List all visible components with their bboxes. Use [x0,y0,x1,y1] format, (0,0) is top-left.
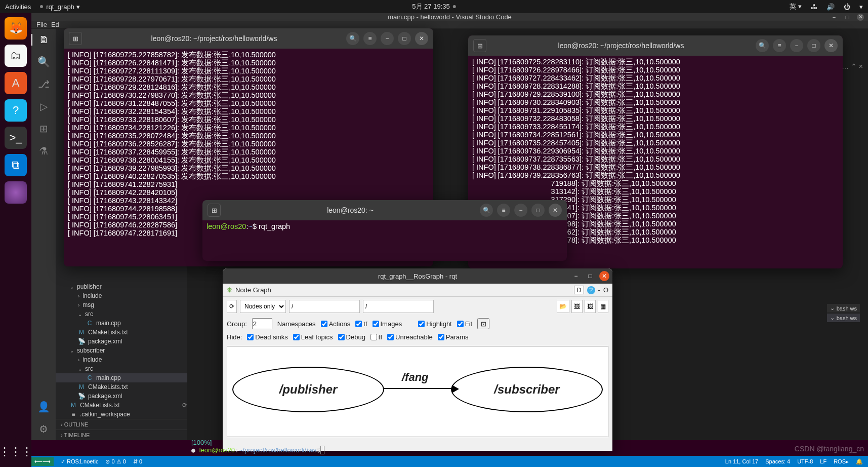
graph-node-publisher[interactable]: /publisher [232,367,384,412]
notifications-icon[interactable]: 🔔 [856,458,863,465]
graph-node-subscriber[interactable]: /subscriber [451,367,603,412]
rqt-graph-canvas[interactable]: /publisher /subscriber /fang [227,346,608,437]
deadsinks-checkbox[interactable]: Dead sinks [247,333,287,341]
tree-file[interactable]: MCMakeLists.txt [56,382,187,392]
search-icon[interactable]: 🔍 [37,56,50,68]
app-menu[interactable]: rqt_graph ▾ [40,3,79,11]
leaftopics-checkbox[interactable]: Leaf topics [293,333,333,341]
explorer-icon[interactable]: 🗎 [31,34,56,46]
tf-checkbox[interactable]: tf [355,320,367,328]
search-icon[interactable]: 🔍 [346,32,359,45]
images-checkbox[interactable]: Images [373,320,402,328]
dock-help[interactable]: ? [5,99,27,122]
minimize-button[interactable]: − [790,39,803,52]
minimize-button[interactable]: − [514,204,527,217]
scm-icon[interactable]: ⎇ [38,78,50,90]
dock-files[interactable]: 🗂 [5,45,27,67]
testing-icon[interactable]: ⚗ [39,145,48,157]
maximize-button[interactable]: □ [844,14,851,21]
terminal-tab[interactable]: ⌄ bash ws [827,304,860,313]
rqt-dash-button[interactable]: - [598,286,600,294]
hamburger-icon[interactable]: ≡ [773,39,786,52]
indent-status[interactable]: Spaces: 4 [765,458,790,465]
minimize-button[interactable]: − [571,271,581,281]
minimize-button[interactable]: − [381,32,394,45]
dock-show-apps[interactable]: ⋮⋮⋮ [5,441,27,463]
actions-checkbox[interactable]: Actions [321,320,351,328]
cursor-position[interactable]: Ln 11, Col 17 [725,458,758,465]
close-button[interactable]: ✕ [857,14,864,21]
search-icon[interactable]: 🔍 [756,39,769,52]
clock[interactable]: 5月 27 19:35 [412,2,449,11]
tree-folder[interactable]: ›msg [56,300,187,309]
dock-firefox[interactable]: 🦊 [5,17,27,40]
tree-file[interactable]: MCMakeLists.txt⟳ [56,401,187,410]
dock-app[interactable] [5,181,27,204]
input-source[interactable]: 英 ▾ [790,2,802,11]
menu-file[interactable]: File [36,21,47,28]
refresh-button[interactable]: ⟳ [227,300,237,313]
tf-hide-checkbox[interactable]: tf [370,333,382,341]
filter-input-2[interactable] [363,300,434,313]
ros-lang[interactable]: ROS▸ [834,458,849,465]
params-checkbox[interactable]: Params [438,333,469,341]
tree-folder[interactable]: ⌄subscriber [56,346,187,355]
minimize-button[interactable]: − [831,14,838,21]
hamburger-icon[interactable]: ≡ [363,32,377,45]
tree-file[interactable]: 📡package.xml [56,392,187,401]
remote-indicator[interactable]: ⟵⟶ [31,457,54,466]
view-icon[interactable]: ▦ [598,300,608,313]
new-tab-button[interactable]: ⊞ [69,32,82,45]
hamburger-icon[interactable]: ≡ [497,204,510,217]
terminal-output[interactable]: leon@ros20:~$ rqt_graph [202,220,567,232]
save-dot-icon[interactable]: 🖼 [585,300,596,313]
tree-folder[interactable]: ⌄src [56,364,187,373]
encoding-status[interactable]: UTF-8 [797,458,813,465]
outline-section[interactable]: › OUTLINE [56,419,187,430]
tree-file[interactable]: Cmain.cpp [56,319,187,328]
close-button[interactable]: ✕ [415,32,428,45]
tree-folder[interactable]: ›include [56,355,187,364]
new-tab-button[interactable]: ⊞ [208,204,221,217]
account-icon[interactable]: 👤 [37,401,50,413]
view-mode-select[interactable]: Nodes only [240,300,286,313]
tree-file[interactable]: ≡.catkin_workspace [56,410,187,419]
help-icon[interactable]: ? [587,286,595,294]
ports-status[interactable]: ⇵ 0 [133,458,142,465]
new-tab-button[interactable]: ⊞ [473,39,486,52]
maximize-button[interactable]: □ [398,32,411,45]
eol-status[interactable]: LF [820,458,826,465]
tree-file[interactable]: 📡package.xml [56,337,187,346]
close-button[interactable]: ✕ [599,271,609,281]
tree-folder[interactable]: ›include [56,291,187,300]
open-icon[interactable]: 📂 [557,300,569,313]
maximize-button[interactable]: □ [585,271,595,281]
activities-button[interactable]: Activities [5,3,31,11]
timeline-section[interactable]: › TIMELINE [56,430,187,440]
problems-status[interactable]: ⊘ 0 ⚠ 0 [105,458,126,465]
dock-vscode[interactable]: ⧉ [5,154,27,176]
volume-icon[interactable]: 🔊 [826,3,835,11]
power-icon[interactable]: ⏻ [844,3,850,11]
tree-file[interactable]: Cmain.cpp [56,373,187,382]
save-image-icon[interactable]: 🖼 [571,300,583,313]
close-button[interactable]: ✕ [549,204,562,217]
tree-file[interactable]: MCMakeLists.txt [56,328,187,337]
fit-checkbox[interactable]: Fit [457,320,472,328]
extensions-icon[interactable]: ⊞ [39,123,48,135]
terminal-tab[interactable]: ⌄ bash ws [827,314,860,322]
group-spinner[interactable] [252,318,272,329]
maximize-button[interactable]: □ [807,39,820,52]
rqt-o-button[interactable]: O [603,286,608,294]
tree-folder[interactable]: ⌄publisher [56,282,187,291]
settings-icon[interactable]: ⚙ [39,423,48,435]
dock-terminal[interactable]: >_ [5,127,27,149]
highlight-checkbox[interactable]: Highlight [418,320,452,328]
vscode-terminal-prompt[interactable]: [100%] ● leon@ros20:~/project/ros/hellow… [191,439,324,454]
ros-status[interactable]: ✓ ROS1.noetic [61,458,98,465]
fit-button[interactable]: ⊡ [477,318,489,329]
tree-folder[interactable]: ⌄src [56,309,187,319]
rqt-d-button[interactable]: D [574,286,584,294]
close-button[interactable]: ✕ [824,39,838,52]
unreachable-checkbox[interactable]: Unreachable [387,333,433,341]
